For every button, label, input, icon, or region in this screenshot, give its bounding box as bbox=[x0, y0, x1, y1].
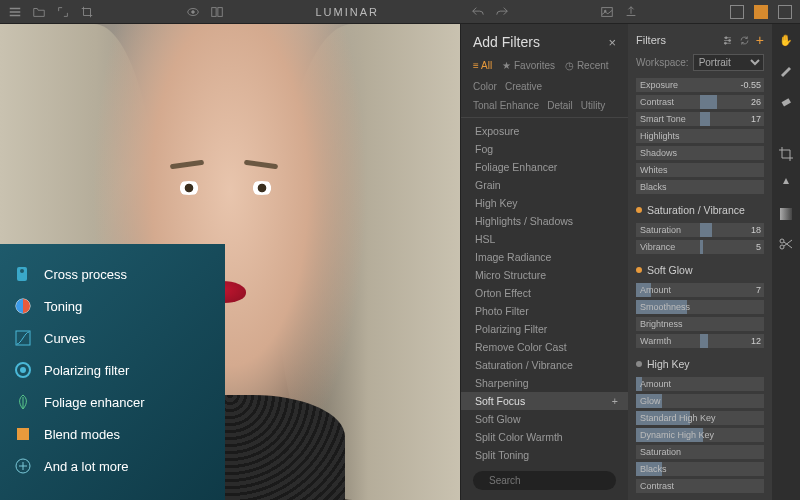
hand-tool-icon[interactable]: ✋ bbox=[778, 32, 794, 48]
promo-label: And a lot more bbox=[44, 459, 129, 474]
slider-brightness[interactable]: Brightness bbox=[636, 316, 764, 331]
filter-item[interactable]: Sharpening bbox=[461, 374, 628, 392]
svg-point-16 bbox=[728, 39, 730, 41]
filter-item[interactable]: Polarizing Filter bbox=[461, 320, 628, 338]
slider-contrast[interactable]: Contrast bbox=[636, 478, 764, 493]
slider-smart-tone[interactable]: Smart Tone17 bbox=[636, 111, 764, 126]
svg-point-7 bbox=[20, 269, 24, 273]
svg-point-1 bbox=[191, 10, 194, 13]
sliders-icon[interactable] bbox=[722, 35, 733, 46]
filter-item[interactable]: Micro Structure bbox=[461, 266, 628, 284]
svg-point-20 bbox=[780, 239, 784, 243]
menu-icon[interactable] bbox=[8, 5, 22, 19]
filter-item[interactable]: Orton Effect bbox=[461, 284, 628, 302]
search-input[interactable] bbox=[489, 475, 616, 486]
image-icon[interactable] bbox=[600, 5, 614, 19]
tab-all[interactable]: ≡ All bbox=[473, 60, 492, 71]
tool-strip: ✋ bbox=[772, 24, 800, 500]
redo-icon[interactable] bbox=[495, 5, 509, 19]
category-color[interactable]: Color bbox=[473, 81, 497, 92]
compare-icon[interactable] bbox=[210, 5, 224, 19]
slider-whites[interactable]: Whites bbox=[636, 162, 764, 177]
scissors-icon[interactable] bbox=[778, 236, 794, 252]
category-tonal-enhance[interactable]: Tonal Enhance bbox=[473, 100, 539, 111]
promo-item: And a lot more bbox=[14, 450, 211, 482]
filter-item[interactable]: Fog bbox=[461, 140, 628, 158]
tab-favorites[interactable]: ★ Favorites bbox=[502, 60, 555, 71]
slider-amount[interactable]: Amount7 bbox=[636, 282, 764, 297]
filter-categories: ColorCreativeTonal EnhanceDetailUtility bbox=[461, 75, 628, 118]
crop-tool-icon[interactable] bbox=[80, 5, 94, 19]
toning-icon bbox=[14, 297, 32, 315]
foliage-icon bbox=[14, 393, 32, 411]
category-creative[interactable]: Creative bbox=[505, 81, 542, 92]
eraser-tool-icon[interactable] bbox=[778, 92, 794, 108]
gradient-icon[interactable] bbox=[778, 206, 794, 222]
app-title: LUMINAR bbox=[315, 6, 379, 18]
filters-panel-title: Filters bbox=[636, 34, 666, 46]
section-header[interactable]: Soft Glow bbox=[636, 264, 764, 276]
view-mode-2-icon[interactable] bbox=[754, 5, 768, 19]
clone-icon[interactable] bbox=[778, 176, 794, 192]
cross-process-icon bbox=[14, 265, 32, 283]
image-canvas[interactable]: Cross processToningCurvesPolarizing filt… bbox=[0, 24, 460, 500]
slider-vibrance[interactable]: Vibrance5 bbox=[636, 239, 764, 254]
filter-item[interactable]: Photo Filter bbox=[461, 302, 628, 320]
promo-item: Blend modes bbox=[14, 418, 211, 450]
top-toolbar: LUMINAR bbox=[0, 0, 800, 24]
filter-item[interactable]: High Key bbox=[461, 194, 628, 212]
filter-search[interactable] bbox=[473, 471, 616, 490]
slider-exposure[interactable]: Exposure-0.55 bbox=[636, 77, 764, 92]
add-filter-icon[interactable]: + bbox=[756, 32, 764, 48]
slider-blacks[interactable]: Blacks bbox=[636, 461, 764, 476]
eye-icon[interactable] bbox=[186, 5, 200, 19]
slider-amount[interactable]: Amount bbox=[636, 376, 764, 391]
brush-tool-icon[interactable] bbox=[778, 62, 794, 78]
filters-panel: Filters + Workspace: Portrait Exposure-0… bbox=[628, 24, 772, 500]
filter-item[interactable]: Foliage Enhancer bbox=[461, 158, 628, 176]
promo-label: Polarizing filter bbox=[44, 363, 129, 378]
folder-open-icon[interactable] bbox=[32, 5, 46, 19]
view-mode-1-icon[interactable] bbox=[730, 5, 744, 19]
filter-item[interactable]: Remove Color Cast bbox=[461, 338, 628, 356]
view-mode-3-icon[interactable] bbox=[778, 5, 792, 19]
category-utility[interactable]: Utility bbox=[581, 100, 605, 111]
filter-item[interactable]: Split Toning bbox=[461, 446, 628, 463]
category-detail[interactable]: Detail bbox=[547, 100, 573, 111]
svg-point-15 bbox=[725, 36, 727, 38]
filter-item[interactable]: Soft Glow bbox=[461, 410, 628, 428]
filter-item[interactable]: Highlights / Shadows bbox=[461, 212, 628, 230]
slider-dynamic-high-key[interactable]: Dynamic High Key bbox=[636, 427, 764, 442]
add-filters-title: Add Filters bbox=[473, 34, 540, 50]
section-header[interactable]: High Key bbox=[636, 358, 764, 370]
slider-blacks[interactable]: Blacks bbox=[636, 179, 764, 194]
tab-recent[interactable]: ◷ Recent bbox=[565, 60, 608, 71]
crop-icon[interactable] bbox=[778, 146, 794, 162]
filter-item[interactable]: Saturation / Vibrance bbox=[461, 356, 628, 374]
expand-icon[interactable] bbox=[56, 5, 70, 19]
promo-item: Curves bbox=[14, 322, 211, 354]
section-header[interactable]: Saturation / Vibrance bbox=[636, 204, 764, 216]
filter-item[interactable]: HSL bbox=[461, 230, 628, 248]
undo-icon[interactable] bbox=[471, 5, 485, 19]
workspace-select[interactable]: Portrait bbox=[693, 54, 764, 71]
slider-shadows[interactable]: Shadows bbox=[636, 145, 764, 160]
filter-item[interactable]: Exposure bbox=[461, 122, 628, 140]
svg-point-21 bbox=[780, 245, 784, 249]
slider-saturation[interactable]: Saturation bbox=[636, 444, 764, 459]
export-icon[interactable] bbox=[624, 5, 638, 19]
close-icon[interactable]: × bbox=[608, 35, 616, 50]
slider-smoothness[interactable]: Smoothness bbox=[636, 299, 764, 314]
slider-contrast[interactable]: Contrast26 bbox=[636, 94, 764, 109]
slider-glow[interactable]: Glow bbox=[636, 393, 764, 408]
polarizing-icon bbox=[14, 361, 32, 379]
filter-item[interactable]: Image Radiance bbox=[461, 248, 628, 266]
filter-item[interactable]: Split Color Warmth bbox=[461, 428, 628, 446]
filter-item[interactable]: Soft Focus bbox=[461, 392, 628, 410]
filter-item[interactable]: Grain bbox=[461, 176, 628, 194]
slider-saturation[interactable]: Saturation18 bbox=[636, 222, 764, 237]
slider-highlights[interactable]: Highlights bbox=[636, 128, 764, 143]
slider-standard-high-key[interactable]: Standard High Key bbox=[636, 410, 764, 425]
slider-warmth[interactable]: Warmth12 bbox=[636, 333, 764, 348]
refresh-icon[interactable] bbox=[739, 35, 750, 46]
